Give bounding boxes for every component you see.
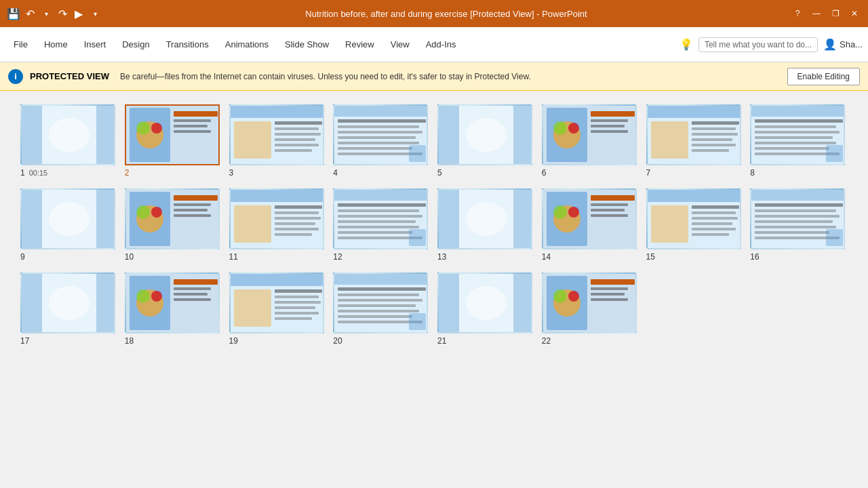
slide-thumbnail-5[interactable] bbox=[437, 104, 532, 165]
svg-rect-174 bbox=[591, 293, 625, 296]
svg-rect-67 bbox=[22, 188, 42, 249]
svg-rect-24 bbox=[334, 104, 427, 117]
slide-item-8[interactable]: 8 bbox=[750, 104, 848, 178]
undo-dropdown-icon[interactable]: ▾ bbox=[39, 7, 53, 20]
protected-message: Be careful—files from the Internet can c… bbox=[120, 72, 781, 81]
slide-item-4[interactable]: 4 bbox=[333, 104, 431, 178]
svg-rect-1 bbox=[22, 104, 42, 165]
slide-item-13[interactable]: 13 bbox=[437, 188, 535, 262]
slide-thumbnail-15[interactable] bbox=[646, 188, 741, 249]
restore-button[interactable]: ❐ bbox=[829, 8, 842, 19]
svg-rect-151 bbox=[275, 301, 321, 304]
slide-item-22[interactable]: 22 bbox=[542, 272, 639, 346]
svg-rect-16 bbox=[234, 121, 271, 159]
svg-rect-96 bbox=[338, 231, 412, 234]
svg-point-112 bbox=[568, 207, 579, 218]
svg-rect-131 bbox=[826, 229, 843, 246]
slide-label-9: 9 bbox=[20, 252, 25, 262]
slide-item-19[interactable]: 19 bbox=[229, 272, 327, 346]
slide-number-13: 13 bbox=[437, 252, 446, 262]
slide-thumbnail-10[interactable] bbox=[125, 188, 220, 249]
slide-item-7[interactable]: 7 bbox=[646, 104, 744, 178]
svg-rect-156 bbox=[334, 272, 427, 285]
slide-thumbnail-21[interactable] bbox=[437, 272, 532, 333]
search-placeholder-text: Tell me what you want to do... bbox=[705, 40, 812, 49]
tab-view[interactable]: View bbox=[382, 27, 418, 62]
svg-rect-57 bbox=[751, 104, 844, 117]
customize-icon[interactable]: ▾ bbox=[88, 7, 102, 20]
slide-number-8: 8 bbox=[750, 168, 755, 178]
close-button[interactable]: ✕ bbox=[848, 8, 861, 19]
tab-animations[interactable]: Animations bbox=[217, 27, 277, 62]
help-icon[interactable]: ? bbox=[791, 8, 804, 19]
slide-label-10: 10 bbox=[125, 252, 134, 262]
minimize-button[interactable]: — bbox=[810, 8, 823, 19]
tab-addins[interactable]: Add-Ins bbox=[418, 27, 465, 62]
svg-rect-128 bbox=[755, 226, 836, 228]
slide-thumbnail-11[interactable] bbox=[229, 188, 324, 249]
lightbulb-icon: 💡 bbox=[679, 38, 693, 51]
slide-thumbnail-3[interactable] bbox=[229, 104, 324, 165]
share-label: Sha... bbox=[840, 39, 863, 49]
slide-item-17[interactable]: 17 bbox=[20, 272, 118, 346]
slide-item-15[interactable]: 15 bbox=[646, 188, 744, 262]
tab-review[interactable]: Review bbox=[337, 27, 382, 62]
svg-rect-161 bbox=[338, 310, 419, 312]
slide-thumbnail-2[interactable] bbox=[125, 104, 220, 165]
save-icon[interactable]: 💾 bbox=[7, 7, 20, 20]
tab-home[interactable]: Home bbox=[36, 27, 76, 62]
svg-rect-121 bbox=[692, 233, 729, 236]
slide-thumbnail-12[interactable] bbox=[333, 188, 428, 249]
slide-item-14[interactable]: 14 bbox=[542, 188, 639, 262]
slide-thumbnail-6[interactable] bbox=[542, 104, 637, 165]
slide-thumbnail-9[interactable] bbox=[20, 188, 115, 249]
slide-thumbnail-1[interactable] bbox=[20, 104, 115, 165]
slide-thumbnail-8[interactable] bbox=[750, 104, 845, 165]
slide-item-20[interactable]: 20 bbox=[333, 272, 431, 346]
svg-rect-125 bbox=[755, 209, 836, 212]
tab-insert[interactable]: Insert bbox=[76, 27, 115, 62]
slide-item-6[interactable]: 6 bbox=[542, 104, 639, 178]
slide-item-12[interactable]: 12 bbox=[333, 188, 431, 262]
undo-icon[interactable]: ↶ bbox=[23, 7, 37, 20]
slide-item-10[interactable]: 10 bbox=[125, 188, 222, 262]
svg-rect-86 bbox=[275, 222, 315, 225]
slide-item-5[interactable]: 5 bbox=[437, 104, 535, 178]
slide-number-21: 21 bbox=[437, 336, 446, 346]
slide-thumbnail-19[interactable] bbox=[229, 272, 324, 333]
share-button[interactable]: 👤 Sha... bbox=[823, 38, 863, 51]
slide-thumbnail-14[interactable] bbox=[542, 188, 637, 249]
redo-icon[interactable]: ↷ bbox=[56, 7, 69, 20]
slide-thumbnail-13[interactable] bbox=[437, 188, 532, 249]
tab-design[interactable]: Design bbox=[114, 27, 157, 62]
slide-item-1[interactable]: 100:15 bbox=[20, 104, 118, 178]
slide-thumbnail-7[interactable] bbox=[646, 104, 741, 165]
slide-label-19: 19 bbox=[229, 336, 238, 346]
svg-rect-172 bbox=[591, 279, 635, 285]
svg-rect-115 bbox=[651, 205, 688, 243]
svg-rect-175 bbox=[591, 298, 628, 301]
svg-rect-25 bbox=[338, 119, 426, 123]
slide-item-16[interactable]: 16 bbox=[750, 188, 848, 262]
slide-item-9[interactable]: 9 bbox=[20, 188, 118, 262]
slide-item-2[interactable]: 2 bbox=[125, 104, 222, 178]
svg-point-178 bbox=[568, 291, 579, 302]
search-box[interactable]: Tell me what you want to do... bbox=[698, 37, 818, 52]
slide-thumbnail-18[interactable] bbox=[125, 272, 220, 333]
present-icon[interactable]: ▶ bbox=[72, 7, 85, 20]
tab-transitions[interactable]: Transitions bbox=[158, 27, 217, 62]
slide-thumbnail-16[interactable] bbox=[750, 188, 845, 249]
tab-slideshow[interactable]: Slide Show bbox=[277, 27, 337, 62]
svg-rect-157 bbox=[338, 287, 426, 291]
slide-item-3[interactable]: 3 bbox=[229, 104, 327, 178]
slide-thumbnail-4[interactable] bbox=[333, 104, 428, 165]
svg-rect-142 bbox=[174, 298, 211, 301]
slide-thumbnail-22[interactable] bbox=[542, 272, 637, 333]
slide-thumbnail-17[interactable] bbox=[20, 272, 115, 333]
enable-editing-button[interactable]: Enable Editing bbox=[787, 68, 860, 85]
slide-item-18[interactable]: 18 bbox=[125, 272, 222, 346]
slide-item-21[interactable]: 21 bbox=[437, 272, 535, 346]
slide-item-11[interactable]: 11 bbox=[229, 188, 327, 262]
slide-thumbnail-20[interactable] bbox=[333, 272, 428, 333]
tab-file[interactable]: File bbox=[5, 27, 36, 62]
